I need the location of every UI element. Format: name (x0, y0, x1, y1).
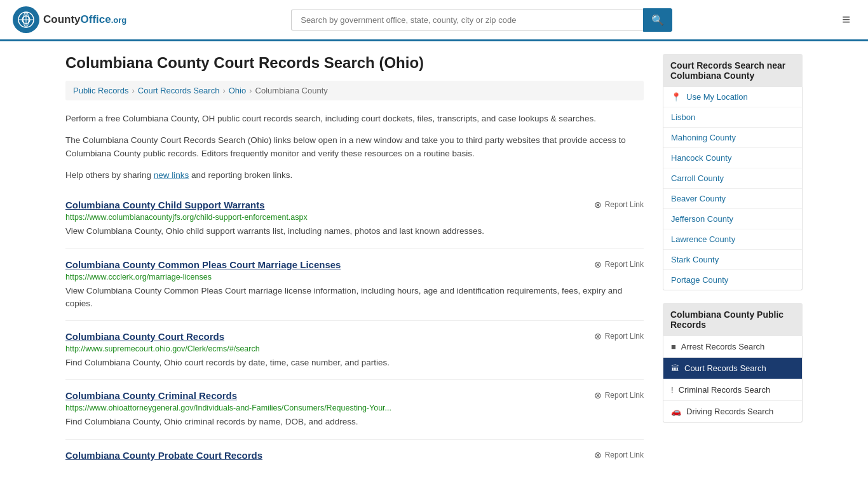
result-desc-2: Find Columbiana County, Ohio court recor… (65, 356, 644, 369)
logo-area: CountyOffice.org (13, 6, 126, 33)
result-header: Columbiana County Child Support Warrants… (65, 200, 644, 210)
result-header: Columbiana County Common Pleas Court Mar… (65, 259, 644, 270)
result-header: Columbiana County Probate Court Records … (65, 450, 644, 461)
nearby-link-4[interactable]: Beaver County (663, 189, 802, 209)
nearby-link-2[interactable]: Hancock County (663, 148, 802, 168)
result-header: Columbiana County Criminal Records ⊗ Rep… (65, 390, 644, 401)
report-icon-1: ⊗ (594, 259, 602, 269)
pub-records-header: Columbiana County Public Records (663, 303, 803, 336)
result-url-0[interactable]: https://www.columbianacountyjfs.org/chil… (65, 213, 644, 222)
breadcrumb-court-records-search[interactable]: Court Records Search (138, 86, 220, 95)
report-link-1[interactable]: ⊗ Report Link (594, 259, 644, 269)
content-area: Columbiana County Court Records Search (… (65, 54, 644, 473)
nearby-link-7[interactable]: Stark County (663, 250, 802, 270)
report-link-4[interactable]: ⊗ Report Link (594, 450, 644, 460)
court-records-label: Court Records Search (684, 363, 766, 373)
driving-records-link[interactable]: 🚗 Driving Records Search (663, 401, 802, 422)
breadcrumb-public-records[interactable]: Public Records (73, 86, 128, 95)
nearby-links: 📍 Use My Location LisbonMahoning CountyH… (663, 87, 803, 290)
arrest-records-link[interactable]: ■ Arrest Records Search (663, 336, 802, 358)
results-list: Columbiana County Child Support Warrants… (65, 189, 644, 473)
nearby-link-5[interactable]: Jefferson County (663, 209, 802, 229)
result-item: Columbiana County Criminal Records ⊗ Rep… (65, 380, 644, 439)
driving-records-label: Driving Records Search (686, 407, 773, 416)
result-title-3[interactable]: Columbiana County Criminal Records (65, 390, 237, 401)
location-icon: 📍 (671, 92, 681, 102)
nearby-link-1[interactable]: Mahoning County (663, 128, 802, 148)
nearby-header: Court Records Search near Columbiana Cou… (663, 54, 803, 87)
main-container: Columbiana County Court Records Search (… (53, 41, 815, 486)
nearby-link-6[interactable]: Lawrence County (663, 229, 802, 250)
breadcrumb-sep-3: › (249, 86, 252, 95)
result-desc-1: View Columbiana County Common Pleas Cour… (65, 285, 644, 311)
result-desc-0: View Columbiana County, Ohio child suppo… (65, 225, 644, 238)
result-title-2[interactable]: Columbiana County Court Records (65, 331, 224, 342)
court-icon: 🏛 (671, 363, 679, 373)
report-link-3[interactable]: ⊗ Report Link (594, 390, 644, 400)
arrest-records-label: Arrest Records Search (681, 342, 765, 351)
result-item: Columbiana County Probate Court Records … (65, 440, 644, 473)
menu-icon: ≡ (842, 11, 850, 27)
desc-para3-prefix: Help others by sharing (65, 170, 154, 180)
logo-icon (13, 6, 39, 33)
report-icon-4: ⊗ (594, 450, 602, 460)
result-url-1[interactable]: https://www.ccclerk.org/marriage-license… (65, 273, 644, 281)
desc-para3-suffix: and reporting broken links. (189, 170, 292, 180)
breadcrumb: Public Records › Court Records Search › … (65, 81, 644, 100)
result-url-2[interactable]: http://www.supremecourt.ohio.gov/Clerk/e… (65, 344, 644, 353)
search-button[interactable]: 🔍 (643, 8, 672, 32)
result-header: Columbiana County Court Records ⊗ Report… (65, 331, 644, 342)
new-links-link[interactable]: new links (154, 170, 189, 180)
driving-icon: 🚗 (671, 407, 681, 416)
search-area: 🔍 (291, 8, 672, 32)
report-link-2[interactable]: ⊗ Report Link (594, 331, 644, 341)
report-icon-2: ⊗ (594, 331, 602, 341)
description-para1: Perform a free Columbiana County, OH pub… (65, 112, 644, 126)
breadcrumb-sep-1: › (132, 86, 134, 95)
result-item: Columbiana County Child Support Warrants… (65, 189, 644, 248)
report-link-0[interactable]: ⊗ Report Link (594, 200, 644, 210)
result-title-1[interactable]: Columbiana County Common Pleas Court Mar… (65, 259, 341, 270)
criminal-records-link[interactable]: ! Criminal Records Search (663, 379, 802, 401)
report-icon-3: ⊗ (594, 390, 602, 400)
nearby-section: Court Records Search near Columbiana Cou… (663, 54, 803, 290)
arrest-icon: ■ (671, 342, 676, 351)
logo-text: CountyOffice.org (43, 13, 126, 26)
breadcrumb-columbiana: Columbiana County (255, 86, 328, 95)
search-icon: 🔍 (651, 15, 664, 25)
page-title: Columbiana County Court Records Search (… (65, 54, 644, 72)
nearby-links-list: LisbonMahoning CountyHancock CountyCarro… (663, 107, 802, 290)
criminal-records-label: Criminal Records Search (679, 385, 771, 395)
criminal-icon: ! (671, 385, 674, 395)
nearby-link-3[interactable]: Carroll County (663, 168, 802, 189)
search-input[interactable] (291, 10, 643, 30)
result-desc-3: Find Columbiana County, Ohio criminal re… (65, 416, 644, 428)
result-title-0[interactable]: Columbiana County Child Support Warrants (65, 200, 265, 210)
header: CountyOffice.org 🔍 ≡ (0, 0, 868, 41)
nearby-link-8[interactable]: Portage County (663, 270, 802, 290)
breadcrumb-sep-2: › (222, 86, 225, 95)
pub-links-list: ■ Arrest Records Search 🏛 Court Records … (663, 336, 803, 423)
pub-records-section: Columbiana County Public Records ■ Arres… (663, 303, 803, 423)
result-url-3[interactable]: https://www.ohioattorneygeneral.gov/Indi… (65, 403, 644, 412)
description-para3: Help others by sharing new links and rep… (65, 168, 644, 182)
nearby-link-0[interactable]: Lisbon (663, 107, 802, 128)
result-item: Columbiana County Court Records ⊗ Report… (65, 321, 644, 380)
result-item: Columbiana County Common Pleas Court Mar… (65, 249, 644, 322)
breadcrumb-ohio[interactable]: Ohio (229, 86, 246, 95)
use-my-location-link[interactable]: 📍 Use My Location (663, 87, 802, 107)
report-icon-0: ⊗ (594, 200, 602, 210)
description-para2: The Columbiana County Court Records Sear… (65, 133, 644, 161)
use-my-location-label: Use My Location (686, 92, 748, 102)
result-title-4[interactable]: Columbiana County Probate Court Records (65, 450, 262, 461)
menu-button[interactable]: ≡ (837, 9, 855, 30)
court-records-link[interactable]: 🏛 Court Records Search (663, 358, 802, 379)
sidebar: Court Records Search near Columbiana Cou… (663, 54, 803, 473)
